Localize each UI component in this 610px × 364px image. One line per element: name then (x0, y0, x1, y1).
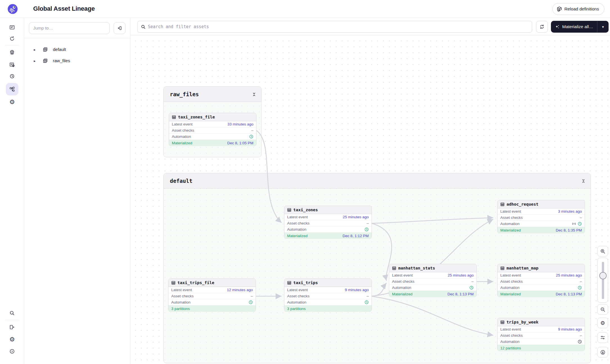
nav-overview-icon[interactable] (6, 21, 18, 33)
latest-event-link[interactable]: 12 minutes ago (227, 288, 253, 292)
latest-event-link[interactable]: 3 minutes ago (558, 209, 582, 214)
automation-row: Automation (169, 134, 256, 140)
materialize-all-split-button: Materialize all… ▾ (551, 21, 609, 33)
latest-event-link[interactable]: 25 minutes ago (556, 273, 582, 277)
zoom-slider-handle[interactable] (599, 272, 607, 279)
nav-jobs-icon[interactable] (6, 59, 18, 71)
group-header-raw_files[interactable]: raw_files (164, 87, 261, 102)
sparkle-icon (555, 24, 560, 29)
materialized-timestamp[interactable]: Dec 8, 1:35 PM (556, 228, 582, 232)
asset-node-adhoc_request[interactable]: adhoc_request Latest event3 minutes ago … (497, 200, 585, 233)
row-label: Asset checks (500, 215, 523, 220)
nav-settings-icon[interactable]: ⚙ (6, 96, 18, 108)
dagster-logo[interactable] (7, 4, 18, 14)
rail-search-icon[interactable] (6, 307, 18, 319)
asset-node-trips_by_week[interactable]: trips_by_week Latest event9 minutes ago … (497, 318, 585, 351)
row-label: Asset checks (287, 221, 310, 225)
zoom-in-button[interactable] (597, 246, 608, 257)
jump-to-input[interactable] (29, 22, 110, 34)
asset-checks-row: Asset checks– (168, 293, 256, 299)
zoom-out-button[interactable] (597, 304, 608, 315)
materialized-row: MaterializedDec 8, 1:05 PM (169, 140, 256, 146)
zoom-slider[interactable] (597, 258, 608, 303)
collapse-group-icon[interactable] (580, 178, 586, 184)
page-title: Global Asset Lineage (33, 5, 95, 12)
asset-node-manhattan_stats[interactable]: manhattan_stats Latest event25 minutes a… (389, 264, 477, 297)
asset-node-header[interactable]: taxi_trips_file (168, 279, 256, 287)
latest-event-row: Latest event9 minutes ago (498, 326, 585, 332)
asset-search-box[interactable] (137, 21, 532, 33)
materialized-timestamp[interactable]: Dec 8, 1:05 PM (227, 141, 253, 145)
code-location-icon (557, 6, 562, 12)
materialized-timestamp[interactable]: Dec 8, 1:13 PM (556, 292, 582, 296)
materialize-all-label: Materialize all… (562, 24, 593, 29)
search-input[interactable] (148, 24, 528, 29)
latest-event-row: Latest event25 minutes ago (389, 272, 476, 278)
asset-name: adhoc_request (507, 202, 539, 206)
help-icon[interactable]: ? (6, 345, 18, 358)
group-header-default[interactable]: default (164, 173, 591, 188)
automation-clock-icon (364, 300, 369, 304)
row-label: Automation (171, 300, 190, 304)
collapse-group-icon[interactable] (251, 91, 257, 97)
asset-node-header[interactable]: manhattan_stats (389, 264, 476, 272)
collapse-panel-button[interactable] (114, 22, 125, 34)
asset-node-taxi_zones_file[interactable]: taxi_zones_file Latest event33 minutes a… (169, 113, 256, 146)
materialized-timestamp[interactable]: Dec 8, 1:13 PM (447, 292, 474, 296)
materialized-row: MaterializedDec 8, 1:13 PM (389, 291, 476, 297)
automation-clock-icon (249, 134, 253, 139)
asset-name: taxi_zones (293, 208, 318, 212)
latest-event-link[interactable]: 25 minutes ago (343, 215, 369, 219)
reload-definitions-button[interactable]: Reload definitions (552, 3, 604, 15)
materialized-row: MaterializedDec 8, 1:13 PM (498, 291, 585, 297)
nav-lineage-icon[interactable] (6, 83, 18, 95)
asset-node-taxi_trips_file[interactable]: taxi_trips_file Latest event12 minutes a… (168, 278, 256, 312)
tree-group-default[interactable]: ▸ default (24, 44, 130, 55)
materialized-timestamp[interactable]: Dec 8, 1:12 PM (343, 234, 369, 238)
graph-settings-button[interactable]: ⚙ (597, 318, 608, 328)
graph-viewport[interactable]: raw_files default (130, 35, 610, 364)
asset-node-header[interactable]: adhoc_request (498, 200, 585, 208)
partitions-row[interactable]: 3 partitions (284, 305, 372, 312)
automation-clock-icon (469, 286, 474, 290)
refresh-button[interactable] (536, 21, 548, 33)
asset-node-header[interactable]: taxi_trips (284, 279, 372, 287)
chevron-right-icon[interactable]: ▸ (34, 48, 36, 52)
latest-event-link[interactable]: 33 minutes ago (228, 122, 253, 126)
materialized-label: Materialized (392, 292, 413, 296)
latest-event-link[interactable]: 9 minutes ago (345, 288, 369, 292)
table-icon (287, 281, 291, 285)
latest-event-link[interactable]: 9 minutes ago (558, 327, 582, 331)
row-label: Latest event (171, 288, 192, 292)
automation-row: Automation (168, 299, 256, 305)
nav-assets-icon[interactable] (6, 46, 18, 59)
graph-filters-button[interactable] (597, 332, 608, 343)
tree-group-raw_files[interactable]: ▸ raw_files (24, 55, 130, 66)
expand-panel-icon[interactable] (6, 321, 18, 333)
asset-node-header[interactable]: trips_by_week (498, 318, 585, 326)
asset-node-header[interactable]: manhattan_map (498, 264, 585, 272)
download-view-button[interactable] (597, 347, 608, 358)
asset-name: taxi_trips_file (177, 280, 214, 285)
materialized-row: MaterializedDec 8, 1:12 PM (284, 233, 372, 239)
asset-node-taxi_trips[interactable]: taxi_trips Latest event9 minutes ago Ass… (284, 278, 372, 312)
asset-checks-row: Asset checks– (389, 278, 476, 285)
asset-checks-row: Asset checks– (498, 332, 585, 339)
materialized-label: Materialized (500, 228, 521, 232)
zoom-slider-track[interactable] (602, 262, 604, 299)
materialize-dropdown-button[interactable]: ▾ (597, 21, 609, 33)
nav-schedules-icon[interactable] (6, 70, 18, 82)
materialized-label: Materialized (500, 292, 521, 296)
partitions-row[interactable]: 3 partitions (168, 305, 256, 312)
asset-node-taxi_zones[interactable]: taxi_zones Latest event25 minutes ago As… (284, 206, 372, 239)
materialize-all-button[interactable]: Materialize all… (551, 21, 597, 33)
partitions-label: 3 partitions (171, 307, 190, 311)
asset-node-header[interactable]: taxi_zones (284, 206, 372, 214)
settings-gear-icon[interactable]: ⚙ (6, 333, 18, 346)
asset-node-manhattan_map[interactable]: manhattan_map Latest event25 minutes ago… (497, 264, 585, 297)
latest-event-link[interactable]: 25 minutes ago (448, 273, 474, 277)
chevron-right-icon[interactable]: ▸ (34, 59, 36, 63)
nav-runs-icon[interactable] (6, 32, 18, 45)
asset-node-header[interactable]: taxi_zones_file (169, 113, 256, 121)
partitions-row[interactable]: 12 partitions (498, 345, 585, 351)
